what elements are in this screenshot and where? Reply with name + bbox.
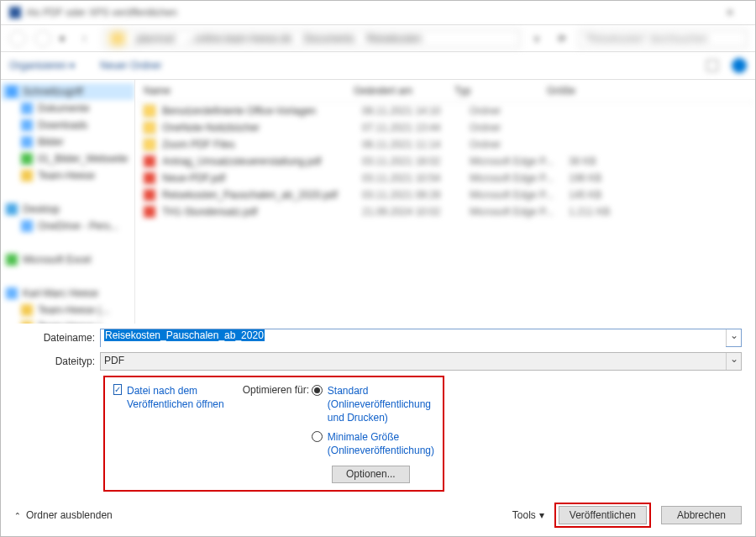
filename-value: Reisekosten_Pauschalen_ab_2020 xyxy=(104,329,265,341)
filetype-label: Dateityp: xyxy=(14,355,100,367)
file-row[interactable]: Antrag_Umsatzsteuererstattung.pdf03.11.2… xyxy=(135,153,755,170)
crumb[interactable]: Documents xyxy=(303,33,354,45)
app-icon xyxy=(9,7,21,18)
optimize-minimal-label: Minimale Größe (Onlineveröffentlichung) xyxy=(328,430,434,457)
help-icon[interactable] xyxy=(732,58,747,73)
chevron-down-icon: ▾ xyxy=(539,509,544,521)
hide-folders-button[interactable]: ⌄ Ordner ausblenden xyxy=(14,509,113,521)
chevron-down-icon[interactable]: ⌄ xyxy=(726,329,741,346)
view-button[interactable] xyxy=(706,60,718,71)
cancel-button[interactable]: Abbrechen xyxy=(661,506,742,524)
file-pane: Name Geändert am Typ Größe Benutzerdefin… xyxy=(135,80,755,324)
save-panel: Dateiname: Reisekosten_Pauschalen_ab_202… xyxy=(1,324,755,492)
organize-button[interactable]: Organisieren ▾ xyxy=(9,60,75,71)
folder-icon xyxy=(6,187,18,198)
command-bar: Organisieren ▾ Neuer Ordner xyxy=(1,51,755,80)
col-name[interactable]: Name xyxy=(144,85,354,97)
file-row[interactable]: Zoom PDF Files06.11.2021 11:14Ordner xyxy=(135,136,755,153)
history-button[interactable]: v xyxy=(528,33,545,45)
open-after-label: Datei nach dem Veröffentlichen öffnen xyxy=(127,384,243,411)
breadcrumb[interactable]: planmod ...online.team-heese.de Document… xyxy=(103,29,520,48)
folder-icon xyxy=(6,237,18,249)
optimize-for-label: Optimieren für: xyxy=(243,384,312,396)
filename-input[interactable]: Reisekosten_Pauschalen_ab_2020 ⌄ xyxy=(100,329,742,347)
folder-icon xyxy=(21,153,33,165)
folder-icon xyxy=(21,136,33,148)
pdf-icon xyxy=(144,206,155,218)
folder-icon xyxy=(21,170,33,182)
folder-icon xyxy=(6,86,18,97)
sidebar-item[interactable]: Team-Heese (... xyxy=(1,302,134,319)
filename-label: Dateiname: xyxy=(14,332,100,344)
sidebar-item[interactable]: Bilder xyxy=(1,134,134,150)
column-headers[interactable]: Name Geändert am Typ Größe xyxy=(135,80,755,103)
up-button[interactable]: ▾ xyxy=(60,33,73,45)
filetype-value: PDF xyxy=(101,353,726,370)
window-title: Als PDF oder XPS veröffentlichen xyxy=(26,7,177,18)
folder-icon xyxy=(21,103,33,114)
sidebar-item[interactable]: 01_Bilder_Webseite xyxy=(1,150,134,167)
crumb[interactable]: planmod xyxy=(136,33,175,45)
tools-button[interactable]: Tools ▾ xyxy=(512,509,544,521)
sidebar-item[interactable]: Schnellzugriff xyxy=(1,83,134,100)
file-row[interactable]: OneNote-Notizbücher07.11.2021 13:44Ordne… xyxy=(135,119,755,136)
publish-options: ✓ Datei nach dem Veröffentlichen öffnen … xyxy=(103,376,444,492)
sidebar-item[interactable] xyxy=(1,268,134,285)
folder-icon xyxy=(21,321,33,324)
forward-button[interactable] xyxy=(34,30,51,47)
optimize-minimal-radio[interactable] xyxy=(312,431,323,442)
open-after-checkbox[interactable]: ✓ xyxy=(113,384,122,395)
options-button[interactable]: Optionen... xyxy=(332,466,410,483)
search-input[interactable]: "Reisekosten" durchsuchen xyxy=(579,29,747,48)
file-row[interactable]: Neue-PDF.pdf03.11.2021 10:54Microsoft Ed… xyxy=(135,170,755,187)
col-type[interactable]: Typ xyxy=(454,85,547,97)
nav-bar: ▾ ↑ planmod ...online.team-heese.de Docu… xyxy=(1,24,755,51)
folder-icon xyxy=(144,122,155,134)
folder-icon xyxy=(144,105,155,117)
pdf-icon xyxy=(144,189,155,201)
folder-icon xyxy=(21,220,33,232)
sidebar-item[interactable]: Dokumente xyxy=(1,100,134,117)
folder-icon xyxy=(6,271,18,282)
title-bar: Als PDF oder XPS veröffentlichen ✕ xyxy=(1,1,755,24)
publish-button[interactable]: Veröffentlichen xyxy=(559,506,647,524)
chevron-down-icon[interactable]: ⌄ xyxy=(726,353,741,370)
chevron-up-icon: ⌄ xyxy=(14,511,21,520)
pdf-icon xyxy=(144,155,155,167)
optimize-standard-label: Standard (Onlineveröffentlichung und Dru… xyxy=(328,384,434,425)
folder-icon xyxy=(144,139,155,150)
folder-icon xyxy=(111,33,124,45)
folder-icon xyxy=(6,254,18,266)
pdf-icon xyxy=(144,172,155,184)
dialog-footer: ⌄ Ordner ausblenden Tools ▾ Veröffentlic… xyxy=(14,503,742,528)
refresh-icon[interactable]: ⟳ xyxy=(554,33,570,45)
sidebar-item[interactable]: Downloads xyxy=(1,117,134,134)
sidebar: SchnellzugriffDokumenteDownloadsBilder01… xyxy=(1,80,135,324)
sidebar-item[interactable]: Karl-Marc Heese xyxy=(1,285,134,302)
sidebar-item[interactable]: Desktop xyxy=(1,201,134,218)
sidebar-item[interactable]: Team-Heese xyxy=(1,167,134,184)
sidebar-item[interactable] xyxy=(1,234,134,251)
folder-icon xyxy=(6,287,18,299)
sidebar-item[interactable]: Microsoft Excel xyxy=(1,251,134,268)
file-row[interactable]: Benutzerdefinierte Office-Vorlagen08.11.… xyxy=(135,103,755,119)
file-row[interactable]: Reisekosten_Pauschalen_ab_2020.pdf03.11.… xyxy=(135,187,755,203)
folder-icon xyxy=(21,119,33,131)
filetype-select[interactable]: PDF ⌄ xyxy=(100,352,742,371)
folder-icon xyxy=(6,203,18,215)
sidebar-item[interactable]: OneDrive - Pers... xyxy=(1,218,134,234)
sidebar-item[interactable]: Team-Heese (... xyxy=(1,319,134,324)
file-browser: SchnellzugriffDokumenteDownloadsBilder01… xyxy=(1,80,755,324)
folder-icon xyxy=(21,304,33,316)
close-icon[interactable]: ✕ xyxy=(713,7,747,18)
optimize-standard-radio[interactable] xyxy=(312,385,323,396)
col-modified[interactable]: Geändert am xyxy=(354,85,454,97)
crumb[interactable]: ...online.team-heese.de xyxy=(186,33,291,45)
sidebar-item[interactable] xyxy=(1,184,134,201)
back-button[interactable] xyxy=(9,30,26,47)
new-folder-button[interactable]: Neuer Ordner xyxy=(100,60,161,71)
file-row[interactable]: TH1-Stundensatz.pdf21.09.2024 10:02Micro… xyxy=(135,203,755,220)
crumb[interactable]: Reisekosten xyxy=(366,33,422,45)
up-arrow-icon[interactable]: ↑ xyxy=(81,33,95,45)
col-size[interactable]: Größe xyxy=(547,85,614,97)
